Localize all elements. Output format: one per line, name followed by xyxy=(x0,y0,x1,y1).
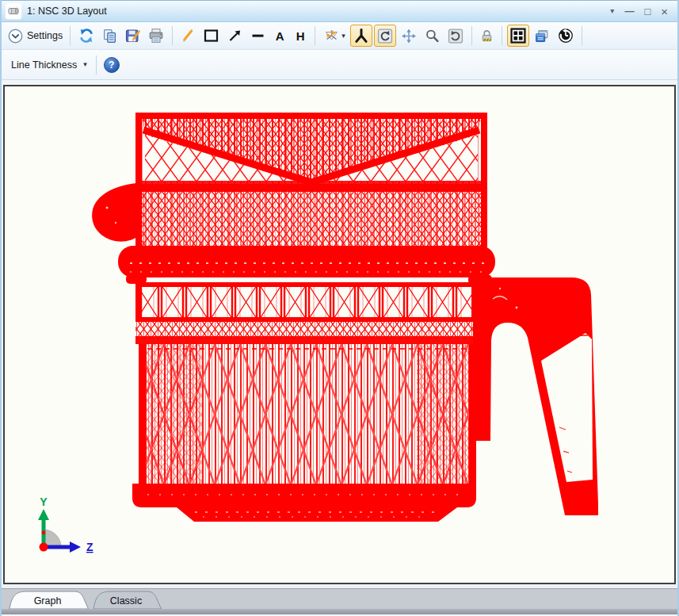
clock-reset-icon xyxy=(558,28,574,44)
window-menu-caret-icon[interactable]: ▾ xyxy=(610,7,614,15)
close-icon[interactable]: × xyxy=(661,6,668,17)
save-button[interactable] xyxy=(122,25,143,47)
clone-window-button[interactable] xyxy=(531,25,553,47)
fit-window-button[interactable] xyxy=(507,25,529,47)
maximize-icon[interactable]: □ xyxy=(644,6,650,17)
axis-y-label: Y xyxy=(40,495,48,508)
windows-stack-icon xyxy=(534,29,550,44)
view-orientation-button[interactable]: ▾ xyxy=(320,25,349,47)
wireframe-dense-band xyxy=(135,322,478,344)
main-toolbar: Settings xyxy=(2,22,677,50)
magnifier-icon xyxy=(425,29,440,44)
view-orientation-icon xyxy=(323,29,340,43)
chevron-down-circle-icon xyxy=(8,29,23,44)
separator xyxy=(96,55,97,75)
settings-button[interactable]: Settings xyxy=(5,27,66,45)
text-tool-label: A xyxy=(276,30,284,42)
wireframe-handle xyxy=(473,277,598,515)
line-thickness-label: Line Thickness xyxy=(11,59,77,71)
rotate-3d-button[interactable] xyxy=(350,25,372,47)
wireframe-base xyxy=(132,484,476,522)
layout-viewport[interactable]: Y Z xyxy=(3,85,676,584)
refresh-button[interactable] xyxy=(75,25,97,47)
lock-button[interactable] xyxy=(477,25,497,47)
separator xyxy=(502,26,502,45)
separator xyxy=(315,26,315,45)
save-icon xyxy=(125,29,140,44)
history-button[interactable] xyxy=(555,25,577,47)
thick-line-icon xyxy=(250,29,265,43)
line-thickness-dropdown[interactable]: Line Thickness ▾ xyxy=(6,58,92,72)
arrow-icon xyxy=(227,29,242,43)
tab-classic-label: Classic xyxy=(110,595,142,606)
print-button[interactable] xyxy=(145,25,167,47)
undo-rotate-icon xyxy=(448,29,463,44)
refresh-icon xyxy=(78,28,94,44)
window-bottom-edge xyxy=(2,609,677,614)
view-orientation-caret-icon: ▾ xyxy=(341,33,345,40)
tab-graph[interactable]: Graph xyxy=(10,591,89,609)
spin-view-button[interactable] xyxy=(374,25,396,47)
arrow-tool-button[interactable] xyxy=(224,25,246,47)
axis-x-dot xyxy=(40,543,48,552)
print-icon xyxy=(148,28,164,44)
help-button[interactable]: ? xyxy=(104,57,120,73)
rotate-arrow-icon xyxy=(377,29,393,44)
wireframe-lower-body xyxy=(139,344,476,485)
window-controls: ▾ — □ × xyxy=(610,6,668,17)
separator xyxy=(172,26,173,45)
wireframe-ring xyxy=(118,246,495,285)
pencil-icon xyxy=(181,29,195,43)
window-title: 1: NSC 3D Layout xyxy=(27,6,610,17)
tab-strip: Classic Graph xyxy=(2,588,677,609)
help-icon: ? xyxy=(109,59,114,71)
tab-classic[interactable]: Classic xyxy=(93,591,162,609)
separator xyxy=(582,26,582,45)
line-tool-button[interactable] xyxy=(177,25,198,47)
dash-tool-button[interactable] xyxy=(247,25,269,47)
wireframe-lid-section xyxy=(135,113,487,184)
flip-tool-button[interactable]: H xyxy=(291,25,310,47)
settings-label: Settings xyxy=(27,30,63,41)
separator xyxy=(471,26,472,45)
lock-icon xyxy=(480,29,494,44)
layout-window-icon xyxy=(6,3,21,19)
reset-view-button[interactable] xyxy=(444,25,467,47)
fit-view-icon xyxy=(510,28,526,44)
copy-icon xyxy=(102,29,117,44)
axes-3d-icon xyxy=(353,29,369,44)
axis-triad: Y Z xyxy=(38,495,93,553)
copy-button[interactable] xyxy=(99,25,120,47)
secondary-toolbar: Line Thickness ▾ ? xyxy=(2,50,677,80)
text-tool-button[interactable]: A xyxy=(270,25,289,47)
wireframe-upper-body xyxy=(92,183,487,247)
pan-button[interactable] xyxy=(398,25,420,47)
pan-arrows-icon xyxy=(401,29,417,44)
nsc-3d-wireframe: Y Z xyxy=(5,86,677,583)
minimize-icon[interactable]: — xyxy=(624,6,634,16)
flip-tool-label: H xyxy=(296,30,305,42)
wireframe-mid-band xyxy=(135,282,478,322)
nsc-3d-layout-window: 1: NSC 3D Layout ▾ — □ × Settings xyxy=(0,0,679,616)
tab-graph-label: Graph xyxy=(34,595,62,606)
title-bar: 1: NSC 3D Layout ▾ — □ × xyxy=(2,0,677,22)
line-thickness-caret-icon: ▾ xyxy=(83,61,87,68)
axis-z-label: Z xyxy=(86,541,93,553)
rectangle-icon xyxy=(203,29,219,43)
wireframe-spout xyxy=(92,183,137,242)
zoom-button[interactable] xyxy=(422,25,443,47)
separator xyxy=(70,26,71,45)
rectangle-tool-button[interactable] xyxy=(200,25,223,47)
